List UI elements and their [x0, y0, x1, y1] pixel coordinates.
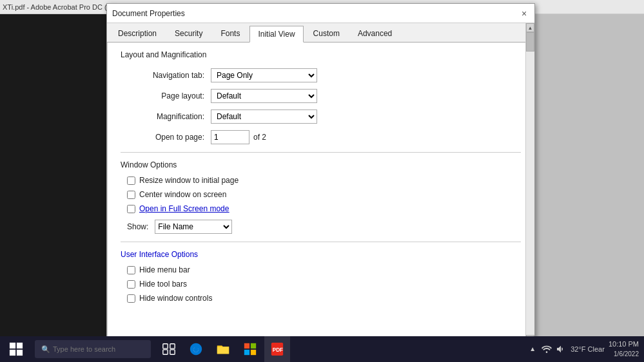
page-layout-select[interactable]: Default Single Page Two-Up Continuous Tw… [211, 89, 317, 103]
dialog-title: Document Properties [112, 9, 185, 18]
pdf-sidebar-panel [0, 0, 106, 341]
task-view-icon [162, 342, 176, 356]
scrollbar-up-button[interactable]: ▲ [526, 23, 534, 32]
center-window-checkbox[interactable] [127, 191, 135, 199]
open-to-page-input[interactable] [211, 130, 249, 144]
layout-magnification-heading: Layout and Magnification [121, 50, 521, 59]
resize-window-label: Resize window to initial page [139, 176, 239, 185]
dialog-tabs: Description Security Fonts Initial View … [107, 23, 534, 43]
navigation-tab-select[interactable]: Page Only Bookmarks Panel and Page Pages… [211, 68, 317, 82]
edge-browser-icon[interactable] [183, 336, 209, 362]
tab-description[interactable]: Description [110, 25, 165, 42]
svg-rect-10 [244, 350, 249, 355]
document-properties-dialog: Document Properties × Description Securi… [106, 3, 535, 345]
system-clock[interactable]: 10:10 PM 1/6/2022 [609, 339, 639, 358]
system-tray: ▲ 32°F Clear 10:10 PM 1/6/2022 [527, 339, 644, 358]
speaker-icon [556, 344, 566, 354]
weather-display: 32°F Clear [571, 345, 605, 353]
tray-icons: ▲ [527, 343, 567, 355]
navigation-tab-label: Navigation tab: [121, 71, 211, 80]
section-divider-2 [121, 242, 521, 242]
hide-tool-bars-label: Hide tool bars [139, 280, 187, 289]
scrollbar-track [526, 32, 534, 335]
folder-icon [216, 342, 230, 356]
svg-rect-8 [244, 343, 249, 348]
svg-rect-7 [170, 350, 175, 354]
open-to-page-row: Open to page: of 2 [121, 130, 521, 144]
page-layout-label: Page layout: [121, 91, 211, 100]
svg-rect-6 [163, 350, 168, 354]
hide-menu-bar-checkbox[interactable] [127, 266, 135, 274]
windows-logo-icon [9, 342, 23, 356]
taskbar-search-bar[interactable]: 🔍 [35, 340, 151, 358]
center-window-row: Center window on screen [121, 190, 521, 199]
dialog-title-bar: Document Properties × [107, 4, 534, 23]
svg-text:PDF: PDF [273, 347, 284, 353]
volume-icon[interactable] [555, 343, 567, 355]
page-layout-row: Page layout: Default Single Page Two-Up … [121, 89, 521, 103]
open-fullscreen-row: Open in Full Screen mode [121, 204, 521, 213]
scrollbar-thumb[interactable] [526, 32, 534, 52]
hide-window-controls-checkbox[interactable] [127, 294, 135, 303]
pdf-icon: PDF [270, 342, 284, 356]
taskbar-search-icon: 🔍 [41, 345, 50, 354]
task-view-button[interactable] [156, 336, 182, 362]
dialog-scrollbar[interactable]: ▲ ▼ [525, 23, 534, 344]
start-button[interactable] [0, 336, 32, 362]
magnification-select[interactable]: Default Fit Page Actual Size Fit Width F… [211, 110, 317, 124]
show-select[interactable]: File Name Document Title [155, 220, 232, 234]
svg-rect-4 [163, 344, 168, 348]
hide-tool-bars-checkbox[interactable] [127, 280, 135, 289]
magnification-label: Magnification: [121, 112, 211, 121]
tray-expand-icon[interactable]: ▲ [527, 343, 538, 355]
microsoft-store-icon[interactable] [237, 336, 263, 362]
center-window-label: Center window on screen [139, 190, 226, 199]
open-to-page-label: Open to page: [121, 133, 211, 142]
dialog-close-button[interactable]: × [519, 8, 529, 19]
ui-options-heading: User Interface Options [121, 250, 521, 259]
svg-rect-2 [10, 350, 15, 356]
open-fullscreen-label: Open in Full Screen mode [139, 204, 229, 213]
network-wifi-icon [542, 344, 552, 354]
acrobat-icon[interactable]: PDF [264, 336, 290, 362]
tab-fonts[interactable]: Fonts [212, 25, 248, 42]
dialog-content: Layout and Magnification Navigation tab:… [107, 43, 534, 344]
tab-security[interactable]: Security [166, 25, 211, 42]
tab-initial-view[interactable]: Initial View [249, 26, 303, 43]
tab-advanced[interactable]: Advanced [349, 25, 400, 42]
hide-window-controls-row: Hide window controls [121, 294, 521, 303]
file-explorer-icon[interactable] [210, 336, 236, 362]
section-divider-1 [121, 152, 521, 153]
windows-taskbar: 🔍 [0, 336, 644, 362]
hide-window-controls-label: Hide window controls [139, 294, 212, 303]
resize-window-row: Resize window to initial page [121, 176, 521, 185]
magnification-row: Magnification: Default Fit Page Actual S… [121, 110, 521, 124]
svg-rect-5 [170, 344, 175, 348]
svg-rect-9 [251, 343, 256, 348]
hide-menu-bar-row: Hide menu bar [121, 265, 521, 274]
clock-time: 10:10 PM [609, 339, 639, 349]
taskbar-search-input[interactable] [53, 345, 143, 353]
window-options-heading: Window Options [121, 160, 521, 169]
edge-icon [189, 342, 203, 356]
store-icon [243, 342, 257, 356]
show-row: Show: File Name Document Title [121, 220, 521, 234]
tab-custom[interactable]: Custom [305, 25, 348, 42]
taskbar-icons: PDF [156, 336, 290, 362]
open-fullscreen-checkbox[interactable] [127, 205, 135, 213]
network-icon[interactable] [541, 343, 552, 355]
svg-rect-3 [17, 350, 23, 356]
svg-rect-0 [10, 343, 15, 348]
navigation-tab-row: Navigation tab: Page Only Bookmarks Pane… [121, 68, 521, 82]
svg-rect-11 [251, 350, 256, 355]
hide-tool-bars-row: Hide tool bars [121, 280, 521, 289]
resize-window-checkbox[interactable] [127, 176, 135, 185]
clock-date: 1/6/2022 [609, 350, 639, 359]
svg-point-14 [546, 351, 548, 353]
hide-menu-bar-label: Hide menu bar [139, 265, 190, 274]
page-total: of 2 [253, 133, 266, 142]
show-label: Show: [127, 222, 148, 231]
svg-rect-1 [17, 343, 23, 348]
